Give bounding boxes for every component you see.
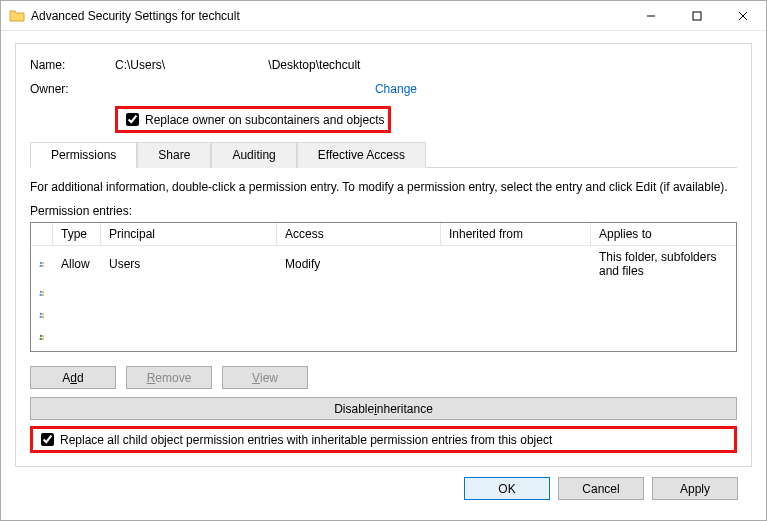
replace-owner-label: Replace owner on subcontainers and objec… <box>145 113 384 127</box>
list-header: Type Principal Access Inherited from App… <box>31 223 736 246</box>
cell-inherited <box>441 291 591 295</box>
maximize-button[interactable] <box>674 1 720 31</box>
col-inherited[interactable]: Inherited from <box>441 223 591 245</box>
titlebar: Advanced Security Settings for techcult <box>1 1 766 31</box>
remove-button: Remove <box>126 366 212 389</box>
name-value: C:\Users\ \Desktop\techcult <box>115 58 360 72</box>
svg-point-11 <box>42 335 44 337</box>
col-type[interactable]: Type <box>53 223 101 245</box>
dialog-inner: Name: C:\Users\ \Desktop\techcult Owner:… <box>15 43 752 467</box>
info-text: For additional information, double-click… <box>30 180 737 194</box>
svg-line-3 <box>739 12 747 20</box>
col-applies[interactable]: Applies to <box>591 223 736 245</box>
entry-buttons-row: Add Remove View <box>30 366 737 389</box>
principal-icon <box>31 284 53 302</box>
permission-entries-list[interactable]: Type Principal Access Inherited from App… <box>30 222 737 352</box>
change-owner-link[interactable]: Change <box>375 82 417 96</box>
window: Advanced Security Settings for techcult … <box>0 0 767 521</box>
window-title: Advanced Security Settings for techcult <box>31 9 628 23</box>
owner-row: Owner: Change <box>30 82 737 96</box>
table-row[interactable] <box>31 326 736 348</box>
principal-icon <box>31 255 53 273</box>
cell-type <box>53 313 101 317</box>
cell-applies <box>591 313 736 317</box>
replace-child-checkbox[interactable] <box>41 433 54 446</box>
minimize-button[interactable] <box>628 1 674 31</box>
cell-inherited <box>441 262 591 266</box>
replace-child-label: Replace all child object permission entr… <box>60 433 552 447</box>
cell-applies: This folder, subfolders and files <box>591 248 736 280</box>
svg-rect-1 <box>693 12 701 20</box>
svg-point-8 <box>40 313 42 315</box>
dialog-footer: OK Cancel Apply <box>15 467 752 510</box>
close-button[interactable] <box>720 1 766 31</box>
cell-applies <box>591 291 736 295</box>
tab-effective-access[interactable]: Effective Access <box>297 142 426 168</box>
cell-type <box>53 335 101 339</box>
svg-point-7 <box>42 291 44 293</box>
principal-icon <box>31 306 53 324</box>
owner-label: Owner: <box>30 82 115 96</box>
col-principal[interactable]: Principal <box>101 223 277 245</box>
dialog-body: Name: C:\Users\ \Desktop\techcult Owner:… <box>1 31 766 520</box>
ok-button[interactable]: OK <box>464 477 550 500</box>
svg-point-5 <box>42 262 44 264</box>
replace-child-highlight: Replace all child object permission entr… <box>30 426 737 453</box>
cell-type <box>53 291 101 295</box>
cell-inherited <box>441 335 591 339</box>
svg-line-2 <box>739 12 747 20</box>
name-label: Name: <box>30 58 115 72</box>
cell-access <box>277 313 441 317</box>
col-access[interactable]: Access <box>277 223 441 245</box>
cell-principal <box>101 335 277 339</box>
principal-icon <box>31 328 53 346</box>
cell-principal: Users <box>101 255 277 273</box>
svg-point-9 <box>42 313 44 315</box>
cancel-button[interactable]: Cancel <box>558 477 644 500</box>
cell-access <box>277 291 441 295</box>
cell-principal <box>101 313 277 317</box>
replace-owner-checkbox[interactable] <box>126 113 139 126</box>
replace-owner-highlight: Replace owner on subcontainers and objec… <box>115 106 391 133</box>
cell-applies <box>591 335 736 339</box>
svg-point-6 <box>40 291 42 293</box>
apply-button[interactable]: Apply <box>652 477 738 500</box>
table-row[interactable] <box>31 304 736 326</box>
table-row[interactable] <box>31 282 736 304</box>
table-row[interactable]: AllowUsersModifyThis folder, subfolders … <box>31 246 736 282</box>
cell-principal <box>101 291 277 295</box>
tab-permissions[interactable]: Permissions <box>30 142 137 168</box>
permission-entries-label: Permission entries: <box>30 204 737 218</box>
disable-inheritance-button[interactable]: Disable inheritance <box>30 397 737 420</box>
tab-auditing[interactable]: Auditing <box>211 142 296 168</box>
cell-access <box>277 335 441 339</box>
name-row: Name: C:\Users\ \Desktop\techcult <box>30 58 737 72</box>
cell-access: Modify <box>277 255 441 273</box>
folder-icon <box>9 8 25 24</box>
tabstrip: Permissions Share Auditing Effective Acc… <box>30 141 737 167</box>
svg-point-4 <box>40 262 42 264</box>
view-button: View <box>222 366 308 389</box>
add-button[interactable]: Add <box>30 366 116 389</box>
cell-inherited <box>441 313 591 317</box>
cell-type: Allow <box>53 255 101 273</box>
svg-point-10 <box>40 335 42 337</box>
tab-share[interactable]: Share <box>137 142 211 168</box>
